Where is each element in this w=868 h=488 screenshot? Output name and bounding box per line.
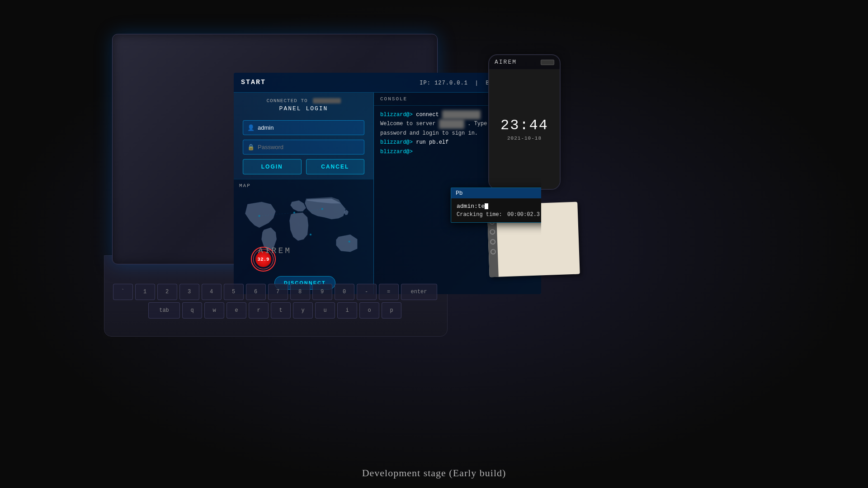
login-form: 👤 🔒 (234, 120, 373, 155)
left-panel: CONNECTED TO ███ ███ PANEL LOGIN 👤 🔒 (234, 93, 374, 294)
key-4[interactable]: 4 (202, 284, 222, 300)
cracking-time: 00:00:02.3 (507, 211, 540, 218)
key-u[interactable]: u (315, 302, 335, 319)
cancel-button[interactable]: CANCEL (306, 159, 365, 174)
ip-label: IP: 127.0.0.1 (420, 80, 468, 86)
console-ip-2: ███ ███ (439, 119, 464, 128)
login-button[interactable]: LOGIN (243, 159, 302, 174)
svg-point-2 (258, 215, 260, 217)
key-8[interactable]: 8 (290, 284, 310, 300)
svg-point-6 (310, 234, 311, 235)
connected-to-label: CONNECTED TO ███ ███ (241, 98, 366, 103)
phone-screen: 23:44 2021-10-18 (489, 69, 560, 189)
key-2[interactable]: 2 (157, 284, 177, 300)
key-w[interactable]: w (204, 302, 224, 319)
laptop-brand: AIREM (112, 246, 438, 255)
spiral-3 (490, 229, 495, 235)
key-backtick[interactable]: ` (113, 284, 133, 300)
phone-time: 23:44 (500, 117, 548, 134)
username-wrapper: 👤 (243, 120, 364, 135)
key-equals[interactable]: = (379, 284, 399, 300)
svg-point-4 (321, 208, 323, 210)
console-prompt-1: blizzard@> (380, 112, 413, 118)
keyboard-row-1: ` 1 2 3 4 5 6 7 8 9 0 - = enter (121, 284, 429, 300)
spiral-4 (490, 239, 495, 244)
phone-battery (541, 60, 554, 65)
keyboard-area: ` 1 2 3 4 5 6 7 8 9 0 - = enter tab q w … (112, 279, 438, 325)
key-5[interactable]: 5 (224, 284, 244, 300)
pb-content: admin:te Cracking time: 00:00:02.3 (451, 198, 541, 222)
key-minus[interactable]: - (357, 284, 377, 300)
keyboard-row-2: tab q w e r t y u i o p (121, 302, 429, 319)
btn-row: LOGIN CANCEL (234, 155, 373, 179)
spiral-5 (491, 249, 496, 254)
key-1[interactable]: 1 (135, 284, 155, 300)
key-i[interactable]: i (337, 302, 357, 319)
pb-input-line: admin:te (457, 203, 541, 210)
key-o[interactable]: o (359, 302, 379, 319)
pb-title-bar: Pb X (451, 188, 541, 198)
password-wrapper: 🔒 (243, 140, 364, 155)
key-p[interactable]: p (382, 302, 401, 319)
key-tab[interactable]: tab (148, 302, 180, 319)
panel-login-title: PANEL LOGIN (241, 105, 366, 112)
pb-popup: Pb X admin:te Cracking time: 00:00:02.3 (451, 188, 541, 223)
key-e[interactable]: e (226, 302, 246, 319)
app-title: START (241, 79, 266, 86)
key-t[interactable]: t (271, 302, 291, 319)
key-9[interactable]: 9 (312, 284, 332, 300)
phone-brand: AIREM (495, 59, 517, 66)
phone-top-bar: AIREM (489, 55, 560, 69)
password-input[interactable] (243, 140, 364, 155)
map-label: MAP (239, 183, 251, 188)
console-cmd-1: connect (416, 112, 439, 118)
key-3[interactable]: 3 (179, 284, 199, 300)
separator: | (475, 80, 479, 86)
key-y[interactable]: y (293, 302, 313, 319)
svg-point-3 (293, 212, 295, 214)
pb-cracking-line: Cracking time: 00:00:02.3 (457, 211, 541, 218)
key-q[interactable]: q (182, 302, 202, 319)
map-area: MAP (234, 179, 373, 294)
key-r[interactable]: r (249, 302, 269, 319)
console-ip-1: ███ ███ ███ (442, 110, 481, 119)
key-enter[interactable]: enter (401, 284, 437, 300)
key-0[interactable]: 0 (335, 284, 354, 300)
connected-ip-blurred: ███ ███ (313, 98, 340, 103)
svg-point-5 (349, 241, 350, 243)
pb-title: Pb (456, 190, 463, 197)
key-6[interactable]: 6 (246, 284, 266, 300)
connected-header: CONNECTED TO ███ ███ PANEL LOGIN (234, 93, 373, 120)
laptop-body: START IP: 127.0.0.1 | BITCOIN: 5100 CONN… (112, 34, 438, 264)
key-7[interactable]: 7 (268, 284, 288, 300)
username-input[interactable] (243, 120, 364, 135)
phone: AIREM 23:44 2021-10-18 (488, 54, 561, 190)
dev-stage-text: Development stage (Early build) (0, 467, 868, 479)
phone-date: 2021-10-18 (507, 136, 542, 141)
pb-cursor (485, 203, 488, 209)
